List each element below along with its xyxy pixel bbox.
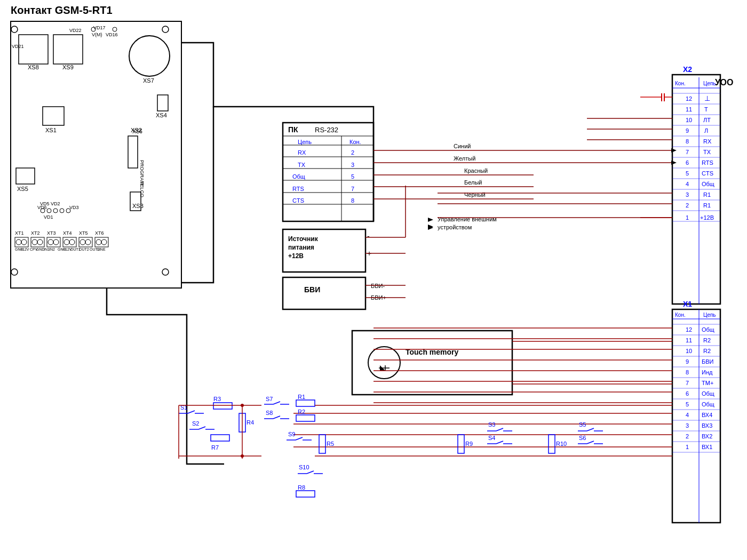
svg-rect-259 [211,435,229,441]
svg-text:Кон.: Кон. [675,81,686,86]
svg-text:3: 3 [686,422,689,429]
svg-point-312 [241,454,244,458]
svg-text:R2: R2 [703,348,711,354]
svg-text:RTS: RTS [292,186,304,192]
svg-line-281 [307,471,314,474]
svg-text:10: 10 [686,117,692,123]
svg-rect-295 [549,435,555,453]
svg-text:ВХ1: ВХ1 [702,444,712,450]
svg-text:S9: S9 [288,431,295,437]
svg-text:XS8: XS8 [28,64,39,70]
svg-text:X1: X1 [683,300,692,308]
svg-text:Управление внешним: Управление внешним [438,216,497,222]
svg-text:Общ: Общ [292,173,305,180]
svg-text:4: 4 [686,412,689,418]
svg-text:S3: S3 [488,421,495,428]
svg-text:Общ: Общ [702,401,714,407]
svg-text:VD6: VD6 [37,205,47,210]
svg-point-41 [21,239,27,245]
svg-point-311 [241,404,244,407]
svg-text:Черный: Черный [464,191,486,198]
svg-marker-207 [671,148,677,153]
svg-rect-4 [53,35,83,64]
svg-text:XS3: XS3 [132,203,144,209]
svg-text:10: 10 [686,348,692,354]
svg-text:S6: S6 [579,435,586,441]
svg-text:11: 11 [686,106,692,113]
svg-text:Кон.: Кон. [675,312,686,318]
svg-text:6: 6 [686,390,689,397]
svg-text:7: 7 [686,149,689,155]
svg-point-3 [11,26,18,33]
svg-text:TX: TX [298,162,306,168]
svg-text:2: 2 [686,433,689,439]
svg-text:7: 7 [686,380,689,386]
svg-text:R7: R7 [211,444,219,451]
svg-point-45 [37,239,43,245]
svg-rect-105 [283,277,365,309]
svg-text:ПК: ПК [288,125,298,134]
svg-point-56 [80,239,85,245]
svg-text:R2: R2 [703,337,711,343]
svg-line-293 [496,441,503,444]
svg-text:ВХ2: ВХ2 [702,433,712,439]
svg-text:XT2: XT2 [31,230,40,236]
svg-text:8: 8 [686,369,689,375]
svg-text:8: 8 [686,138,689,145]
svg-rect-159 [672,309,720,523]
svg-text:OUT2: OUT2 [79,247,89,251]
svg-rect-25 [16,168,35,184]
svg-text:XS7: XS7 [143,77,154,84]
svg-text:5: 5 [686,401,689,407]
svg-text:БВИ-: БВИ- [371,283,385,289]
svg-text:XS4: XS4 [156,112,167,118]
svg-text:3: 3 [686,191,689,198]
svg-text:R1: R1 [298,394,305,400]
svg-marker-220 [428,218,433,222]
svg-text:1: 1 [686,444,689,450]
svg-text:Желтый: Желтый [454,155,475,162]
svg-text:устройством: устройством [438,224,472,230]
wiring-diagram: XS8 XS9 VD21 VD22 VD17 V(M) VD16 XS7 XS4… [0,0,747,560]
svg-point-61 [101,239,107,245]
svg-text:CTS: CTS [292,197,304,204]
svg-text:Источник: Источник [288,235,319,243]
svg-text:Цепь: Цепь [298,139,312,145]
svg-text:ВХ3: ВХ3 [702,422,712,429]
svg-text:Кон.: Кон. [349,139,361,145]
svg-text:V(M): V(M) [92,32,102,37]
svg-text:Л: Л [704,127,708,134]
svg-text:VD1: VD1 [44,214,53,220]
svg-text:ТМ+: ТМ+ [702,380,713,386]
svg-text:S2: S2 [192,420,199,427]
svg-text:5: 5 [351,173,354,180]
svg-rect-1 [19,35,48,64]
svg-text:+12В: +12В [700,214,714,221]
svg-text:XS6: XS6 [132,129,142,134]
svg-text:S7: S7 [266,396,273,402]
svg-text:9: 9 [686,358,689,365]
svg-text:IN2: IN2 [49,247,55,251]
svg-text:2: 2 [351,149,354,156]
svg-text:VD3: VD3 [69,205,79,210]
svg-text:RTS: RTS [702,159,713,166]
svg-rect-269 [296,400,315,406]
svg-text:R3: R3 [213,396,221,402]
svg-point-74 [11,269,18,275]
svg-text:⊥: ⊥ [704,94,710,102]
svg-text:XS9: XS9 [62,64,74,70]
svg-text:Инд: Инд [702,369,713,375]
svg-rect-271 [296,415,315,421]
svg-text:S10: S10 [299,464,309,470]
svg-text:VD16: VD16 [106,32,118,37]
svg-text:R4: R4 [247,419,254,426]
svg-text:RX: RX [298,149,306,156]
svg-text:Синий: Синий [454,143,471,149]
svg-text:Общ: Общ [702,181,714,187]
svg-point-60 [96,239,101,245]
svg-rect-16 [157,95,168,111]
svg-text:CTS: CTS [702,170,713,177]
svg-point-13 [162,26,169,33]
svg-text:БВИ: БВИ [702,358,713,365]
svg-point-57 [85,239,91,245]
